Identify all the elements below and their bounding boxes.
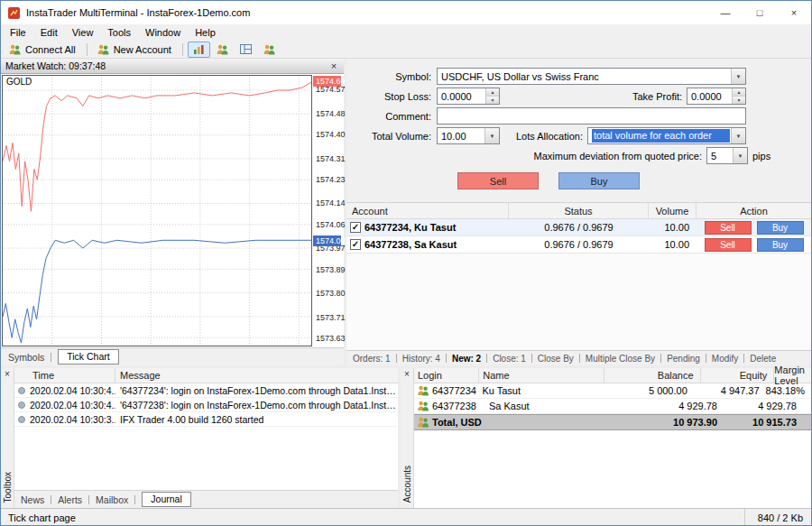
take-profit-value: 0.0000 [687, 91, 732, 102]
accounts-manager-button[interactable] [258, 42, 281, 58]
axis-tick-label: 1574.06 [316, 220, 346, 229]
maximize-icon[interactable]: □ [743, 1, 777, 24]
chevron-down-icon[interactable]: ▼ [484, 128, 499, 143]
tab-modify[interactable]: Modify [712, 354, 738, 364]
tick-chart-toggle-button[interactable] [188, 42, 210, 58]
accounts-list-button[interactable] [211, 42, 234, 58]
column-header-name: Name [479, 368, 604, 383]
stop-loss-label: Stop Loss: [346, 91, 437, 102]
column-header-equity: Equity [701, 368, 775, 383]
spin-down-icon[interactable]: ▼ [733, 97, 745, 104]
tab-close-by[interactable]: Close By [538, 354, 574, 364]
total-volume-select[interactable]: 10.00 ▼ [437, 127, 500, 144]
list-item[interactable]: 2020.02.04 10:30:4... '64377238': login … [14, 398, 398, 412]
list-item[interactable]: 2020.02.04 10:30:4... '64377234': login … [14, 383, 398, 398]
person-plus-icon [97, 44, 110, 55]
market-watch-panel: Market Watch: 09:37:48 × GOLD 1574.60 15… [1, 59, 346, 365]
list-item[interactable]: 2020.02.04 10:30:3... IFX Trader 4.00 bu… [14, 412, 398, 427]
tick-chart-area: GOLD [2, 75, 312, 346]
max-deviation-value: 5 [711, 151, 733, 161]
menu-tools[interactable]: Tools [100, 25, 138, 40]
layout-panels-button[interactable] [235, 42, 257, 58]
sell-button[interactable]: Sell [457, 172, 539, 189]
status-text: Tick chart page [1, 512, 744, 523]
menu-help[interactable]: Help [188, 25, 223, 40]
journal-entry-icon [18, 401, 25, 409]
take-profit-stepper[interactable]: 0.0000 ▲ ▼ [687, 88, 746, 105]
account-icon [417, 385, 429, 396]
column-header-action: Action [697, 203, 811, 218]
spin-up-icon[interactable]: ▲ [733, 88, 745, 97]
row-buy-button[interactable]: Buy [757, 221, 804, 235]
column-header-volume: Volume [649, 203, 697, 218]
journal-content: Time Message 2020.02.04 10:30:4... '6437… [14, 368, 398, 508]
chevron-down-icon[interactable]: ▼ [731, 128, 745, 143]
toolbox-close-icon[interactable]: × [1, 368, 14, 381]
table-row[interactable]: 64377238 Sa Kasut 4 929.78 4 929.78 [414, 399, 811, 414]
tab-symbols[interactable]: Symbols [8, 352, 44, 363]
stop-loss-arrows: ▲ ▼ [485, 88, 499, 104]
tab-new[interactable]: New: 2 [452, 354, 481, 364]
comment-input[interactable] [437, 107, 746, 125]
stop-loss-stepper[interactable]: 0.0000 ▲ ▼ [437, 88, 500, 105]
close-icon[interactable]: × [777, 1, 811, 24]
row-sell-button[interactable]: Sell [705, 238, 752, 252]
account-checkbox[interactable]: ✓ [350, 239, 361, 250]
spin-up-icon[interactable]: ▲ [486, 88, 499, 97]
take-profit-arrows: ▲ ▼ [732, 88, 745, 104]
stop-loss-value: 0.0000 [438, 91, 485, 102]
accounts-close-icon[interactable]: × [401, 368, 413, 381]
people-icon [8, 44, 22, 55]
menubar: File Edit View Tools Window Help [1, 24, 811, 41]
max-deviation-label: Maximum deviation from quoted price: [534, 151, 702, 161]
market-watch-close-icon[interactable]: × [328, 60, 340, 72]
chart-grid [3, 76, 311, 346]
tab-mailbox[interactable]: Mailbox [96, 494, 128, 505]
toolbar-separator [182, 43, 183, 56]
tab-close[interactable]: Close: 1 [493, 354, 526, 364]
volume-cell: 10.00 [649, 222, 697, 233]
row-sell-button[interactable]: Sell [705, 221, 752, 235]
tab-delete[interactable]: Delete [750, 354, 776, 364]
connect-all-button[interactable]: Connect All [4, 42, 82, 58]
tab-history[interactable]: History: 4 [402, 354, 440, 364]
chevron-down-icon[interactable]: ▼ [733, 148, 747, 163]
tab-pending[interactable]: Pending [667, 354, 700, 364]
balance-cell: 4 929.78 [620, 401, 724, 411]
buy-button[interactable]: Buy [558, 172, 640, 189]
volume-cell: 10.00 [649, 239, 697, 250]
menu-view[interactable]: View [65, 25, 101, 40]
new-account-button[interactable]: New Account [92, 42, 178, 58]
table-row[interactable]: ✓ 64377234, Ku Tasut 0.9676 / 0.9679 10.… [346, 219, 811, 236]
tab-alerts[interactable]: Alerts [58, 494, 82, 505]
chart-symbol-label: GOLD [6, 77, 32, 87]
account-checkbox[interactable]: ✓ [350, 222, 361, 233]
axis-tick-label: 1573.89 [316, 265, 346, 274]
table-row[interactable]: 64377234 Ku Tasut 5 000.00 4 947.37 843.… [414, 383, 811, 399]
lots-allocation-select[interactable]: total volume for each order ▼ [587, 127, 746, 144]
menu-edit[interactable]: Edit [33, 25, 65, 40]
menu-window[interactable]: Window [138, 25, 188, 40]
tab-tick-chart[interactable]: Tick Chart [58, 349, 118, 365]
comment-label: Comment: [346, 111, 437, 122]
row-buy-button[interactable]: Buy [757, 238, 804, 252]
spin-down-icon[interactable]: ▼ [486, 97, 499, 104]
max-deviation-select[interactable]: 5 ▼ [706, 147, 748, 164]
people-icon [216, 44, 229, 55]
menu-file[interactable]: File [3, 25, 33, 40]
connect-all-label: Connect All [25, 44, 76, 55]
symbol-select[interactable]: USDCHF, US Dollar vs Swiss Franc ▼ [437, 68, 746, 85]
minimize-icon[interactable]: — [708, 1, 743, 24]
order-entry-panel: Symbol: USDCHF, US Dollar vs Swiss Franc… [346, 59, 811, 365]
ask-line [3, 82, 311, 211]
toolbar: Connect All New Account [1, 41, 811, 59]
tab-orders[interactable]: Orders: 1 [353, 354, 391, 364]
tab-news[interactable]: News [21, 494, 44, 505]
chevron-down-icon[interactable]: ▼ [731, 69, 745, 84]
axis-tick-label: 1574.14 [316, 198, 346, 208]
order-mode-tabs: Orders: 1 History: 4 New: 2 Close: 1 Clo… [346, 350, 811, 365]
table-row[interactable]: ✓ 64377238, Sa Kasut 0.9676 / 0.9679 10.… [346, 236, 811, 254]
titlebar: InstaTrader MultiTerminal - InstaForex-1… [1, 1, 811, 24]
tab-journal[interactable]: Journal [142, 492, 190, 507]
tab-multiple-close-by[interactable]: Multiple Close By [586, 354, 655, 364]
